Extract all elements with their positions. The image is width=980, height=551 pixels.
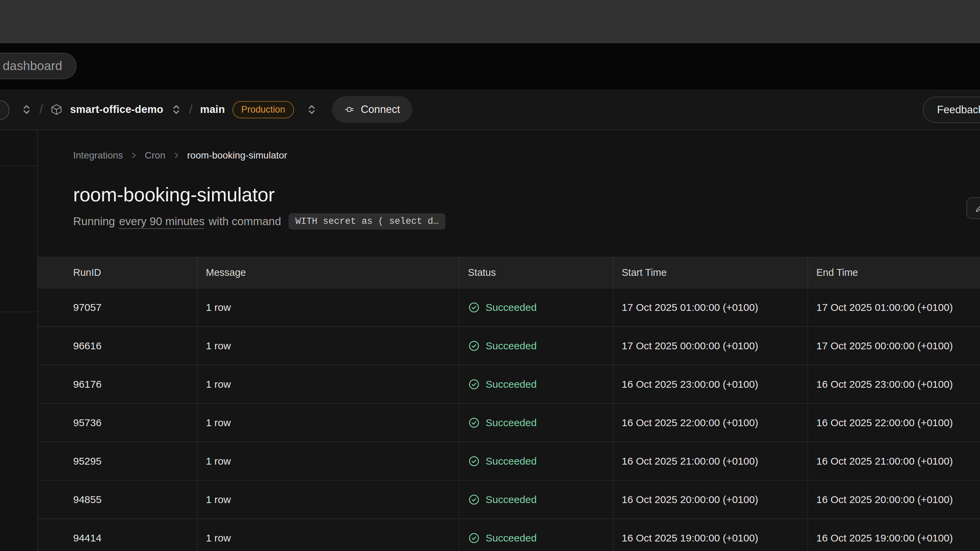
workspace-avatar[interactable] [0, 100, 10, 120]
subtitle-prefix: Running [73, 215, 115, 228]
project-bar: / smart-office-demo / main Production Co… [0, 89, 980, 130]
cell-start-time: 16 Oct 2025 21:00:00 (+0100) [613, 442, 808, 480]
chevron-right-icon [172, 151, 180, 159]
cell-start-time: 16 Oct 2025 23:00:00 (+0100) [613, 365, 808, 403]
column-header-status: Status [459, 257, 613, 288]
chevron-right-icon [130, 151, 138, 159]
run-row[interactable]: 95736 1 row Succeeded 16 Oct 2025 22:00:… [38, 404, 980, 442]
cell-run-id: 97057 [38, 288, 197, 326]
cell-start-time: 17 Oct 2025 01:00:00 (+0100) [613, 288, 808, 326]
path-separator: / [189, 102, 192, 117]
status-label: Succeeded [485, 494, 537, 505]
breadcrumb: Integrations Cron room-booking-simulator [73, 150, 980, 161]
cell-end-time: 17 Oct 2025 00:00:00 (+0100) [808, 327, 980, 365]
subtitle-suffix: with command [208, 215, 281, 228]
run-table-body: 97057 1 row Succeeded 17 Oct 2025 01:00:… [38, 288, 980, 551]
chevron-up-down-icon[interactable] [306, 104, 317, 115]
main-content: Integrations Cron room-booking-simulator… [38, 130, 980, 551]
cell-message: 1 row [197, 288, 459, 326]
run-row[interactable]: 96176 1 row Succeeded 16 Oct 2025 23:00:… [38, 365, 980, 404]
chevron-up-down-icon[interactable] [171, 104, 182, 115]
edit-cron-button[interactable] [966, 197, 980, 219]
sidebar-divider [0, 166, 37, 166]
status-label: Succeeded [485, 532, 537, 544]
breadcrumb-integrations[interactable]: Integrations [73, 150, 123, 161]
feedback-button[interactable]: Feedback [923, 97, 980, 123]
column-header-message: Message [197, 257, 459, 288]
cell-status: Succeeded [459, 288, 613, 326]
cell-status: Succeeded [459, 365, 613, 403]
cell-message: 1 row [197, 519, 459, 551]
succeeded-check-icon [468, 532, 480, 544]
branch-selector[interactable]: main Production [200, 101, 317, 118]
cell-status: Succeeded [459, 404, 613, 441]
column-header-start-time: Start Time [613, 257, 808, 288]
production-badge: Production [232, 101, 294, 118]
browser-tab-dashboard[interactable]: dashboard [0, 53, 76, 79]
cell-status: Succeeded [459, 327, 613, 365]
cell-end-time: 16 Oct 2025 23:00:00 (+0100) [808, 365, 980, 403]
cell-status: Succeeded [459, 442, 613, 480]
cell-message: 1 row [197, 327, 459, 365]
column-header-end-time: End Time [808, 257, 980, 288]
cell-end-time: 16 Oct 2025 19:00:00 (+0100) [808, 519, 980, 551]
status-label: Succeeded [485, 340, 537, 352]
connect-label: Connect [361, 103, 400, 116]
database-cube-icon [50, 103, 63, 116]
sidebar-divider [0, 311, 37, 312]
workspace-selector[interactable] [21, 104, 32, 115]
cell-run-id: 96616 [38, 327, 197, 365]
left-sidebar [0, 130, 38, 551]
schedule-interval[interactable]: every 90 minutes [119, 215, 205, 228]
breadcrumb-cron[interactable]: Cron [145, 150, 165, 161]
cell-message: 1 row [197, 365, 459, 403]
page-header: Integrations Cron room-booking-simulator… [38, 130, 980, 230]
cell-status: Succeeded [459, 481, 613, 518]
plug-icon [344, 104, 355, 115]
cell-start-time: 16 Oct 2025 22:00:00 (+0100) [613, 404, 808, 441]
succeeded-check-icon [468, 455, 480, 467]
cell-end-time: 17 Oct 2025 01:00:00 (+0100) [808, 288, 980, 326]
status-label: Succeeded [485, 302, 537, 313]
branch-name: main [200, 103, 225, 116]
succeeded-check-icon [468, 301, 480, 314]
schedule-subtitle: Running every 90 minutes with command WI… [73, 213, 980, 230]
path-separator: / [40, 102, 43, 117]
run-row[interactable]: 96616 1 row Succeeded 17 Oct 2025 00:00:… [38, 327, 980, 365]
cell-end-time: 16 Oct 2025 22:00:00 (+0100) [808, 404, 980, 441]
status-label: Succeeded [485, 379, 537, 390]
pencil-icon [975, 203, 980, 213]
run-row[interactable]: 97057 1 row Succeeded 17 Oct 2025 01:00:… [38, 288, 980, 327]
cell-message: 1 row [197, 404, 459, 441]
cell-status: Succeeded [459, 519, 613, 551]
cell-start-time: 16 Oct 2025 19:00:00 (+0100) [613, 519, 808, 551]
run-row[interactable]: 95295 1 row Succeeded 16 Oct 2025 21:00:… [38, 442, 980, 481]
runs-table: RunID Message Status Start Time End Time… [38, 257, 980, 551]
feedback-label: Feedback [937, 104, 980, 116]
cell-run-id: 95295 [38, 442, 197, 480]
chevron-up-down-icon[interactable] [21, 104, 32, 115]
cell-message: 1 row [197, 481, 459, 518]
command-snippet-chip[interactable]: WITH secret as ( select d… [288, 213, 445, 230]
cell-run-id: 95736 [38, 404, 197, 441]
cell-run-id: 94855 [38, 481, 197, 518]
succeeded-check-icon [468, 378, 480, 391]
run-row[interactable]: 94855 1 row Succeeded 16 Oct 2025 20:00:… [38, 481, 980, 519]
browser-tab-label: dashboard [3, 59, 62, 73]
status-label: Succeeded [485, 417, 537, 429]
cell-start-time: 17 Oct 2025 00:00:00 (+0100) [613, 327, 808, 365]
cell-message: 1 row [197, 442, 459, 480]
table-header-row: RunID Message Status Start Time End Time [38, 257, 980, 288]
succeeded-check-icon [468, 417, 480, 429]
connect-button[interactable]: Connect [332, 96, 412, 123]
database-name: smart-office-demo [70, 103, 163, 116]
database-selector[interactable]: smart-office-demo [50, 103, 182, 116]
page-title: room-booking-simulator [73, 183, 980, 206]
browser-tab-strip: dashboard [0, 43, 980, 89]
column-header-runid: RunID [38, 257, 197, 288]
run-row[interactable]: 94414 1 row Succeeded 16 Oct 2025 19:00:… [38, 519, 980, 551]
app-body: Integrations Cron room-booking-simulator… [0, 130, 980, 551]
status-label: Succeeded [485, 456, 537, 467]
cell-run-id: 94414 [38, 519, 197, 551]
cell-end-time: 16 Oct 2025 21:00:00 (+0100) [808, 442, 980, 480]
